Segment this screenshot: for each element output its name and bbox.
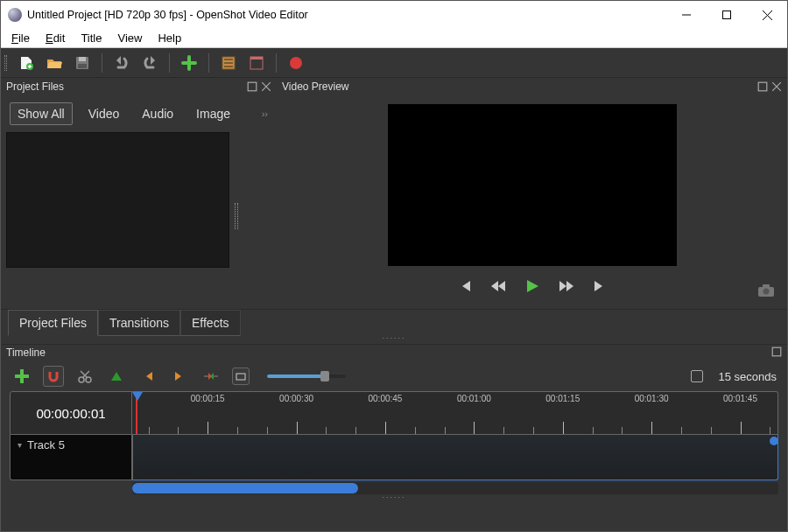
video-frame [388, 104, 677, 266]
track-scroll-knob[interactable] [770, 437, 778, 445]
tab-project-files[interactable]: Project Files [8, 310, 98, 336]
undo-icon[interactable] [111, 52, 132, 74]
rewind-icon[interactable] [489, 279, 507, 293]
profile-icon[interactable] [218, 52, 239, 74]
current-time: 00:00:00:01 [10, 391, 132, 435]
svg-point-14 [290, 57, 302, 69]
timeline-hscroll[interactable] [132, 482, 778, 494]
svg-rect-7 [78, 64, 87, 68]
add-track-icon[interactable] [11, 366, 32, 387]
project-tabs: Project Files Transitions Effects [1, 309, 787, 335]
svg-rect-18 [763, 284, 770, 288]
redo-icon[interactable] [139, 52, 160, 74]
tab-transitions[interactable]: Transitions [98, 310, 180, 336]
filter-image[interactable]: Image [189, 103, 237, 124]
timeline-toolbar: 15 seconds [1, 361, 787, 391]
menu-title[interactable]: Title [81, 32, 102, 45]
fast-forward-icon[interactable] [558, 279, 575, 293]
svg-rect-23 [236, 374, 245, 380]
ruler-label: 00:00:30 [279, 394, 313, 403]
jump-end-icon[interactable] [593, 279, 607, 293]
fullscreen-icon[interactable] [246, 52, 267, 74]
tab-effects[interactable]: Effects [180, 310, 241, 336]
undock-icon[interactable] [247, 81, 257, 92]
close-panel-icon[interactable] [261, 81, 271, 92]
razor-icon[interactable] [74, 366, 95, 387]
ruler-label: 00:00:15 [191, 394, 225, 403]
zoom-seconds-label: 15 seconds [719, 370, 777, 383]
svg-rect-11 [224, 66, 233, 67]
svg-rect-1 [723, 11, 731, 19]
menubar: File Edit Title View Help [1, 29, 787, 48]
export-icon[interactable] [285, 52, 306, 74]
track-head[interactable]: ▾ Track 5 [10, 435, 132, 480]
svg-rect-20 [772, 347, 781, 356]
close-button[interactable] [747, 1, 787, 29]
undock-timeline-icon[interactable] [771, 346, 782, 357]
timeline-resize-dots[interactable]: ······ [10, 494, 778, 503]
video-preview-title: Video Preview [282, 80, 349, 93]
zoom-box-icon[interactable] [232, 368, 250, 385]
app-icon [8, 8, 22, 22]
menu-file[interactable]: File [11, 32, 30, 45]
import-files-icon[interactable] [179, 52, 200, 74]
next-marker-icon[interactable] [169, 366, 190, 387]
menu-view[interactable]: View [117, 32, 142, 45]
open-project-icon[interactable] [44, 52, 65, 74]
minimize-button[interactable] [666, 1, 707, 29]
close-preview-icon[interactable] [771, 81, 782, 92]
prev-marker-icon[interactable] [137, 366, 158, 387]
menu-edit[interactable]: Edit [46, 32, 65, 45]
zoom-slider[interactable] [267, 374, 346, 378]
center-playhead-icon[interactable] [201, 366, 222, 387]
svg-rect-9 [224, 59, 233, 60]
track-name: Track 5 [27, 438, 65, 452]
splitter-dots[interactable]: ······ [1, 335, 787, 344]
new-project-icon[interactable] [16, 52, 37, 74]
track-body[interactable] [132, 435, 778, 480]
video-preview-panel: Video Preview [277, 78, 787, 305]
timeline-title: Timeline [6, 346, 46, 360]
svg-rect-6 [79, 57, 86, 61]
zoom-scale-icon[interactable] [691, 370, 703, 382]
play-icon[interactable] [524, 278, 540, 294]
project-files-panel: Project Files Show All Video Audio Image… [1, 78, 277, 305]
svg-rect-10 [224, 62, 233, 64]
main-toolbar [1, 48, 787, 78]
snapshot-icon[interactable] [757, 284, 775, 300]
save-project-icon[interactable] [72, 52, 93, 74]
svg-point-19 [763, 289, 770, 295]
filter-video[interactable]: Video [81, 103, 127, 124]
svg-rect-16 [758, 82, 767, 91]
titlebar: Untitled Project [HD 720p 30 fps] - Open… [1, 1, 787, 29]
timeline-ruler[interactable]: 00:00:1500:00:3000:00:4500:01:0000:01:15… [132, 391, 778, 435]
svg-rect-15 [248, 82, 257, 91]
ruler-label: 00:01:45 [723, 394, 757, 403]
filter-audio[interactable]: Audio [135, 103, 180, 124]
track-collapse-icon[interactable]: ▾ [18, 440, 22, 450]
transport-controls [458, 278, 607, 294]
more-filters-icon[interactable]: ›› [262, 108, 268, 119]
toolbar-grip [4, 55, 7, 71]
project-files-area[interactable] [6, 132, 229, 268]
ruler-label: 00:00:45 [368, 394, 402, 403]
window-title: Untitled Project [HD 720p 30 fps] - Open… [27, 9, 666, 21]
timeline-panel: Timeline 15 seconds 00:00:00:01 [1, 344, 787, 531]
snap-icon[interactable] [43, 366, 64, 387]
add-marker-icon[interactable] [106, 366, 127, 387]
project-files-title: Project Files [6, 80, 64, 93]
jump-start-icon[interactable] [458, 279, 472, 293]
ruler-label: 00:01:00 [457, 394, 491, 403]
filter-show-all[interactable]: Show All [10, 102, 73, 125]
menu-help[interactable]: Help [158, 32, 181, 45]
ruler-label: 00:01:30 [635, 394, 669, 403]
ruler-label: 00:01:15 [545, 394, 580, 403]
undock-preview-icon[interactable] [757, 81, 768, 92]
maximize-button[interactable] [707, 1, 747, 29]
svg-rect-13 [250, 57, 263, 60]
splitter-handle[interactable] [235, 203, 238, 229]
